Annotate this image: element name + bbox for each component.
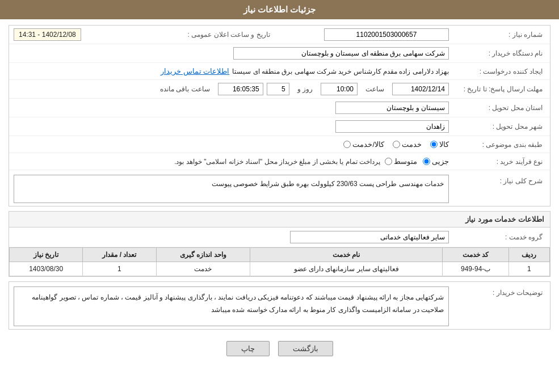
print-button[interactable]: چاپ	[226, 341, 270, 356]
buyer-notes-label: توضیحات خریدار :	[449, 286, 545, 297]
category-radio-group: کالا/خدمت خدمت کالا	[343, 140, 449, 149]
cell-qty: 1	[83, 262, 156, 276]
buyer-org-input	[233, 47, 449, 60]
description-box: خدمات مهندسی طراحی پست 230/63 کیلوولت به…	[14, 175, 449, 203]
creator-label: ایجاد کننده درخواست :	[449, 68, 545, 75]
deadline-remaining-label: ساعت باقی مانده	[160, 85, 210, 93]
description-value: خدمات مهندسی طراحی پست 230/63 کیلوولت به…	[212, 180, 444, 188]
city-input	[335, 120, 449, 133]
process-note: پرداخت تمام یا بخشی از مبلغ خریداز محل "…	[174, 158, 380, 166]
category-option-kala[interactable]: کالا	[430, 140, 449, 149]
buyer-org-label: نام دستگاه خریدار :	[449, 49, 545, 57]
services-section-title: اطلاعات خدمات مورد نیاز	[9, 211, 550, 227]
cell-unit: خدمت	[156, 262, 250, 276]
process-radio-group: متوسط جزیی	[385, 157, 449, 166]
need-number-label: شماره نیاز :	[449, 31, 545, 39]
col-service-name: نام خدمت	[250, 248, 443, 262]
process-option-jozii[interactable]: جزیی	[423, 157, 449, 166]
city-label: شهر محل تحویل :	[449, 123, 545, 130]
category-kala-label: کالا	[439, 140, 449, 149]
col-date: تاریخ نیاز	[10, 248, 83, 262]
category-khedmat-label: خدمت	[402, 140, 422, 149]
announcement-label: تاریخ و ساعت اعلان عمومی :	[183, 31, 280, 39]
deadline-remaining-input	[218, 83, 263, 95]
cell-service-code: ب-94-949	[443, 262, 508, 276]
deadline-label: مهلت ارسال پاسخ: تا تاریخ :	[449, 85, 545, 93]
page-header: جزئیات اطلاعات نیاز	[0, 0, 559, 19]
category-kala-khedmat-label: کالا/خدمت	[352, 140, 384, 149]
process-radio-motavasset[interactable]	[385, 158, 392, 165]
process-motavasset-label: متوسط	[394, 157, 417, 166]
col-service-code: کد خدمت	[443, 248, 508, 262]
category-radio-kala[interactable]	[430, 141, 438, 148]
deadline-date-input	[392, 83, 449, 95]
deadline-time-label: ساعت	[365, 85, 384, 93]
service-group-input	[290, 231, 449, 243]
table-row: 1 ب-94-949 فعالیتهای سایر سازمانهای دارا…	[10, 262, 550, 276]
category-option-khedmat[interactable]: خدمت	[393, 140, 422, 149]
deadline-days-input	[267, 83, 289, 95]
contact-link[interactable]: اطلاعات تماس خریدار	[161, 67, 229, 75]
buyer-notes-value: شرکتهایی مجاز به ارائه پیشنهاد قیمت میبا…	[32, 293, 444, 314]
province-input	[335, 102, 449, 114]
col-row-num: ردیف	[508, 248, 549, 262]
process-jozii-label: جزیی	[432, 157, 449, 166]
service-group-label: گروه خدمت :	[449, 233, 545, 241]
category-radio-khedmat[interactable]	[393, 141, 400, 148]
creator-value: بهزاد دلارامی زاده مقدم کارشناس خرید شرک…	[232, 68, 449, 75]
need-number-input[interactable]	[324, 28, 449, 41]
col-unit: واحد اندازه گیری	[156, 248, 250, 262]
province-label: استان محل تحویل :	[449, 104, 545, 112]
col-qty: تعداد / مقدار	[83, 248, 156, 262]
cell-row-num: 1	[508, 262, 549, 276]
services-table: ردیف کد خدمت نام خدمت واحد اندازه گیری ت…	[9, 247, 550, 276]
process-radio-jozii[interactable]	[423, 158, 430, 165]
process-label: نوع فرآیند خرید :	[449, 158, 545, 166]
cell-date: 1403/08/30	[10, 262, 83, 276]
process-option-motavasset[interactable]: متوسط	[385, 157, 417, 166]
category-label: طبقه بندی موضوعی :	[449, 141, 545, 149]
announcement-value: 1402/12/08 - 14:31	[14, 28, 81, 41]
category-option-kala-khedmat[interactable]: کالا/خدمت	[343, 140, 384, 149]
back-button[interactable]: بازگشت	[278, 341, 333, 356]
description-label: شرح کلی نیاز :	[449, 175, 545, 185]
deadline-days-label: روز و	[297, 85, 313, 93]
cell-service-name: فعالیتهای سایر سازمانهای دارای عضو	[250, 262, 443, 276]
page-title: جزئیات اطلاعات نیاز	[243, 5, 316, 14]
category-radio-kala-khedmat[interactable]	[343, 141, 351, 148]
deadline-time-input	[321, 83, 358, 95]
buyer-notes-box: شرکتهایی مجاز به ارائه پیشنهاد قیمت میبا…	[14, 286, 449, 326]
button-row: بازگشت چاپ	[9, 334, 550, 363]
